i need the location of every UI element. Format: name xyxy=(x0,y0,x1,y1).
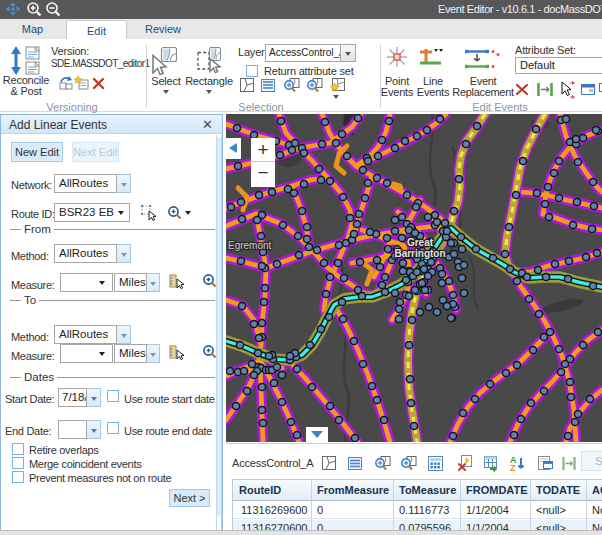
svg-text:Egremont: Egremont xyxy=(228,240,272,251)
svg-text:Barrington: Barrington xyxy=(394,248,445,259)
svg-text:Great: Great xyxy=(407,237,434,248)
svg-text:Z: Z xyxy=(510,463,516,473)
